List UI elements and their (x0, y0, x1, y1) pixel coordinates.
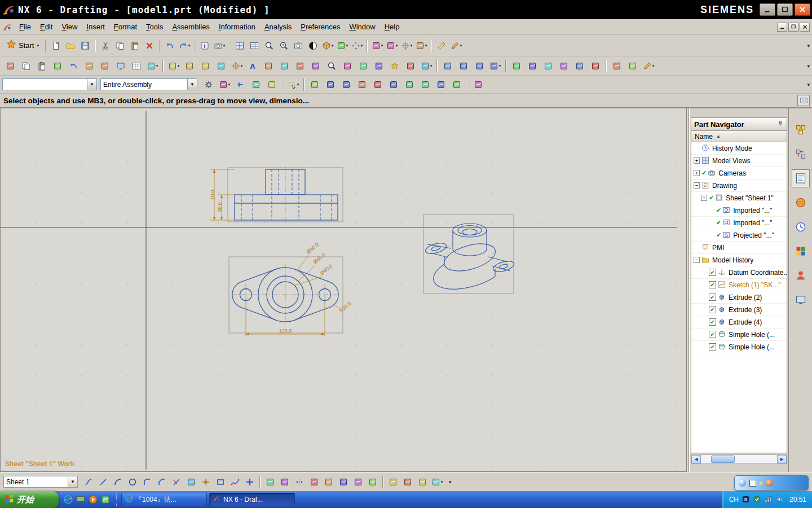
tree-item-sheet-sheet-1[interactable]: −✔Sheet "Sheet 1" (691, 192, 787, 204)
menu-edit[interactable]: Edit (36, 20, 57, 33)
datum-feature-button[interactable] (387, 59, 403, 73)
expand-icon[interactable]: + (694, 157, 700, 164)
fit-view-button[interactable] (232, 38, 247, 53)
start-menu-button[interactable]: Start ▾ (2, 38, 43, 53)
spreadsheet-button[interactable] (609, 59, 625, 73)
measure-button[interactable] (434, 38, 449, 53)
menu-tools[interactable]: Tools (142, 20, 167, 33)
new-sheet-button[interactable] (2, 59, 18, 73)
arc-center-button[interactable] (386, 78, 401, 91)
note-button[interactable] (261, 59, 276, 73)
taskbar-task[interactable]: e『1004』法... (121, 493, 207, 506)
scrollbar-thumb[interactable] (711, 456, 735, 463)
tree-checkbox[interactable]: ✔ (709, 269, 716, 276)
fillet-button[interactable] (140, 475, 155, 489)
surface-finish-button[interactable] (292, 59, 308, 73)
drawing-canvas[interactable]: 70.0 30.0 (0, 108, 687, 472)
front-view[interactable]: 70.0 30.0 (210, 166, 343, 224)
isometric-view[interactable] (423, 214, 515, 294)
redo-button[interactable]: ▾ (177, 38, 192, 53)
tree-item-history-mode[interactable]: History Mode (691, 142, 787, 155)
update-views-button[interactable] (65, 59, 81, 73)
tree-item-cameras[interactable]: +✔Cameras (691, 167, 787, 179)
snap-settings-button[interactable] (449, 78, 465, 91)
tree-checkbox[interactable]: ✔ (709, 294, 716, 301)
menu-file[interactable]: File (15, 20, 36, 33)
assembly-navigator-tab[interactable] (792, 121, 810, 139)
tree-item-model-history[interactable]: −Model History (691, 254, 787, 266)
gdt-button[interactable] (403, 59, 418, 73)
menu-preferences[interactable]: Preferences (296, 20, 345, 33)
cylinder-button[interactable] (400, 475, 415, 489)
mirror-curve-button[interactable] (292, 475, 307, 489)
point-button[interactable] (386, 475, 400, 489)
offset-curve-button[interactable] (263, 475, 277, 489)
cross-button[interactable] (198, 475, 213, 489)
selection-scope-combo[interactable]: Entire Assembly ▼ (100, 78, 197, 90)
expand-icon[interactable]: + (694, 170, 700, 176)
sketch-task-button[interactable]: ▾ (385, 38, 399, 53)
detail-options-button[interactable]: ▾ (217, 78, 232, 91)
information-button[interactable]: i (197, 38, 212, 53)
reuse-library-tab[interactable] (792, 194, 810, 212)
menu-information[interactable]: Information (214, 20, 260, 33)
sheet-setup-button[interactable] (129, 59, 144, 73)
tree-item-extrude-2[interactable]: ✔Extrude (2) (691, 291, 787, 304)
mid-point-button[interactable] (338, 78, 354, 91)
open-button[interactable] (63, 38, 78, 53)
collapse-icon[interactable]: − (701, 195, 707, 201)
part-navigator-tab[interactable] (792, 169, 810, 187)
quicklaunch-mail[interactable] (100, 494, 111, 505)
tree-item-extrude-4[interactable]: ✔Extrude (4) (691, 316, 787, 329)
grid-settings-button[interactable] (213, 59, 229, 73)
intersection-curve-button[interactable] (307, 475, 321, 489)
menu-assemblies[interactable]: Assemblies (167, 20, 214, 33)
point-on-curve-button[interactable] (433, 78, 449, 91)
tray-antivirus[interactable] (753, 495, 762, 504)
work-part-only-button[interactable] (470, 78, 486, 91)
rectangle-button[interactable] (213, 475, 228, 489)
cut-button[interactable] (98, 38, 113, 53)
pin-icon[interactable] (777, 120, 784, 129)
ime-logo-icon[interactable] (739, 479, 746, 487)
tree-item-datum-coordinate[interactable]: ✔Datum Coordinate... (691, 266, 787, 279)
palette-tab[interactable] (792, 242, 810, 260)
menu-view[interactable]: View (57, 20, 82, 33)
automatic-centerline-button[interactable]: ▾ (487, 59, 503, 73)
snap-gear-button[interactable] (201, 78, 217, 91)
tabular-note-button[interactable] (625, 59, 641, 73)
studio-spline-button[interactable] (228, 475, 242, 489)
ime-language-bar[interactable] (734, 475, 809, 491)
zoom-window-button[interactable] (262, 38, 276, 53)
minimize-button[interactable] (760, 3, 775, 16)
feature-parameters-button[interactable] (197, 59, 213, 73)
undo-button[interactable] (162, 38, 177, 53)
add-existing-button[interactable] (242, 475, 257, 489)
menu-insert[interactable]: Insert (82, 20, 109, 33)
menu-window[interactable]: Window (345, 20, 379, 33)
tree-checkbox[interactable]: ✔ (709, 318, 716, 326)
end-point-button[interactable] (323, 78, 338, 91)
dim-r20[interactable]: R20.0 (338, 300, 352, 313)
orient-view-button[interactable]: ▾ (320, 38, 335, 53)
quicklaunch-desktop[interactable] (76, 494, 86, 505)
image-button[interactable]: ▾ (418, 59, 434, 73)
move-object-button[interactable]: ▾ (414, 38, 429, 53)
tree-checkbox[interactable]: ✔ (709, 306, 716, 313)
centerline-button[interactable]: ▾ (229, 59, 245, 73)
bolt-circle-button[interactable] (456, 59, 471, 73)
toolbar-overflow-icon[interactable]: ▾ (449, 479, 452, 485)
control-point-button[interactable] (354, 78, 370, 91)
base-view-button[interactable]: ▾ (144, 59, 160, 73)
ime-pen-icon[interactable] (760, 480, 763, 486)
scroll-left-icon[interactable]: ◀ (691, 455, 701, 463)
display-style-button[interactable]: ▾ (335, 38, 350, 53)
ime-keyboard-icon[interactable] (749, 480, 756, 487)
collapse-icon[interactable]: − (694, 182, 700, 189)
sheet-combo[interactable]: Sheet 1 ▼ (3, 476, 78, 488)
dim-120[interactable]: 120.0 (279, 328, 292, 334)
tree-checkbox[interactable]: ✔ (709, 281, 716, 288)
tree-checkbox[interactable]: ✔ (709, 343, 716, 351)
quicklaunch-browser[interactable]: e (63, 494, 73, 505)
existing-point-button[interactable] (417, 78, 433, 91)
